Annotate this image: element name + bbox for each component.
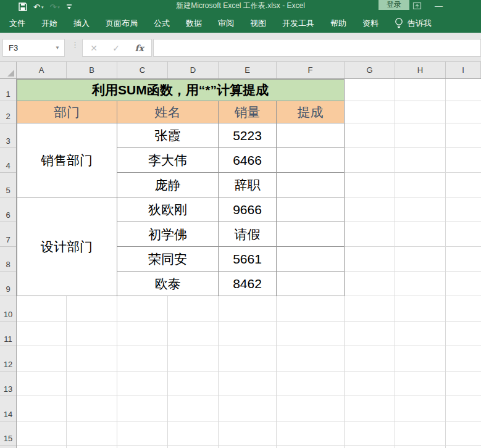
ribbon-tab-insert[interactable]: 插入: [65, 14, 98, 33]
cell-F3[interactable]: [277, 123, 345, 148]
ribbon-tab-tell-me[interactable]: 告诉我: [387, 14, 440, 33]
cell-A1[interactable]: 利用SUM函数，用“*”计算提成: [17, 79, 345, 101]
ribbon-tab-page-layout[interactable]: 页面布局: [98, 14, 146, 33]
cell-F4[interactable]: [277, 148, 345, 173]
formula-buttons: ✕ ✓ fx: [82, 39, 152, 57]
redo-button[interactable]: ↷▾: [49, 3, 59, 11]
lightbulb-icon: [395, 17, 403, 29]
name-box[interactable]: F3 ▼: [2, 39, 65, 57]
cell-E6[interactable]: 9666: [219, 197, 277, 222]
row-header-11[interactable]: 11: [0, 321, 16, 346]
row-header-14[interactable]: 14: [0, 396, 16, 421]
ribbon-tab-help[interactable]: 帮助: [322, 14, 354, 33]
column-header-G[interactable]: G: [345, 62, 395, 78]
row-header-13[interactable]: 13: [0, 371, 16, 396]
row-header-6[interactable]: 6: [0, 197, 16, 222]
cell-F8[interactable]: [277, 247, 345, 272]
row-header-9[interactable]: 9: [0, 272, 16, 296]
cell-F2[interactable]: 提成: [277, 101, 345, 123]
gridline: [17, 445, 481, 446]
column-header-C[interactable]: C: [117, 62, 168, 78]
cell-E9[interactable]: 8462: [219, 272, 277, 296]
row-header-1[interactable]: 1: [0, 79, 16, 101]
ribbon-tab-ziliao[interactable]: 资料: [354, 14, 387, 33]
cell-E2[interactable]: 销量: [219, 101, 277, 123]
gridline: [445, 79, 446, 448]
ribbon-display-options-icon[interactable]: [412, 1, 422, 13]
cell-A3[interactable]: 销售部门: [17, 123, 117, 197]
quick-access-toolbar: ↶▾ ↷▾: [19, 0, 72, 14]
excel-window: ↶▾ ↷▾ 新建Microsoft Excel 工作表.xlsx - Excel…: [0, 0, 481, 448]
cell-E7[interactable]: 请假: [219, 222, 277, 247]
sign-in-button[interactable]: 登录: [379, 0, 409, 10]
row-header-4[interactable]: 4: [0, 148, 16, 173]
cell-C7[interactable]: 初学佛: [117, 222, 219, 247]
cell-F9[interactable]: [277, 272, 345, 296]
cell-A6[interactable]: 设计部门: [17, 197, 117, 296]
save-icon[interactable]: [19, 2, 27, 11]
formula-bar-separator: ⋮: [71, 40, 79, 49]
gridline: [17, 346, 481, 346]
column-header-strip: ABCDEFGHI: [0, 62, 481, 79]
ribbon-tab-review[interactable]: 审阅: [210, 14, 242, 33]
column-header-I[interactable]: I: [446, 62, 481, 78]
row-header-5[interactable]: 5: [0, 173, 16, 197]
minimize-button[interactable]: —: [435, 1, 445, 10]
cell-F6[interactable]: [277, 197, 345, 222]
row-header-gutter: 123456789101112131415: [0, 79, 17, 448]
gridline: [17, 421, 481, 421]
name-box-caret-icon[interactable]: ▼: [55, 45, 60, 51]
gridline: [17, 321, 481, 321]
row-header-8[interactable]: 8: [0, 247, 16, 272]
customize-qat-icon[interactable]: [66, 3, 72, 10]
ribbon-tab-formulas[interactable]: 公式: [146, 14, 178, 33]
gridline: [395, 79, 395, 448]
cell-E8[interactable]: 5661: [219, 247, 277, 272]
column-header-B[interactable]: B: [67, 62, 117, 78]
row-header-12[interactable]: 12: [0, 346, 16, 371]
column-header-A[interactable]: A: [17, 62, 67, 78]
cell-E3[interactable]: 5223: [219, 123, 277, 148]
cell-E4[interactable]: 6466: [219, 148, 277, 173]
enter-icon[interactable]: ✓: [112, 43, 120, 53]
cell-F5[interactable]: [277, 173, 345, 197]
row-header-10[interactable]: 10: [0, 296, 16, 321]
ribbon-tab-developer[interactable]: 开发工具: [274, 14, 322, 33]
cancel-icon[interactable]: ✕: [90, 43, 98, 53]
cell-C5[interactable]: 庞静: [117, 173, 219, 197]
select-all-triangle-icon: [7, 70, 14, 77]
cell-A2[interactable]: 部门: [17, 101, 117, 123]
insert-function-icon[interactable]: fx: [135, 43, 143, 53]
title-bar: ↶▾ ↷▾ 新建Microsoft Excel 工作表.xlsx - Excel…: [0, 0, 481, 14]
cell-C6[interactable]: 狄欧刚: [117, 197, 219, 222]
ribbon-tab-file[interactable]: 文件: [1, 14, 33, 33]
ribbon-tab-home[interactable]: 开始: [33, 14, 65, 33]
row-header-3[interactable]: 3: [0, 123, 16, 148]
column-header-H[interactable]: H: [395, 62, 446, 78]
gridline: [17, 371, 481, 371]
undo-button[interactable]: ↶▾: [33, 3, 43, 11]
formula-bar: F3 ▼ ⋮ ✕ ✓ fx: [0, 33, 481, 62]
name-box-value: F3: [9, 43, 18, 52]
row-header-2[interactable]: 2: [0, 101, 16, 123]
ribbon-tab-row: 文件开始插入页面布局公式数据审阅视图开发工具帮助资料告诉我: [0, 14, 481, 33]
cell-C4[interactable]: 李大伟: [117, 148, 219, 173]
cell-C8[interactable]: 荣同安: [117, 247, 219, 272]
cell-C3[interactable]: 张霞: [117, 123, 219, 148]
select-all-corner[interactable]: [0, 62, 17, 78]
cell-C9[interactable]: 欧泰: [117, 272, 219, 296]
cell-F7[interactable]: [277, 222, 345, 247]
row-header-7[interactable]: 7: [0, 222, 16, 247]
gridline: [17, 396, 481, 396]
cell-E5[interactable]: 辞职: [219, 173, 277, 197]
formula-input[interactable]: [153, 39, 481, 57]
ribbon-tab-data[interactable]: 数据: [178, 14, 210, 33]
ribbon-tab-view[interactable]: 视图: [242, 14, 274, 33]
column-header-E[interactable]: E: [219, 62, 277, 78]
column-header-F[interactable]: F: [277, 62, 345, 78]
row-header-15[interactable]: 15: [0, 421, 16, 446]
column-header-D[interactable]: D: [168, 62, 219, 78]
cell-C2[interactable]: 姓名: [117, 101, 219, 123]
